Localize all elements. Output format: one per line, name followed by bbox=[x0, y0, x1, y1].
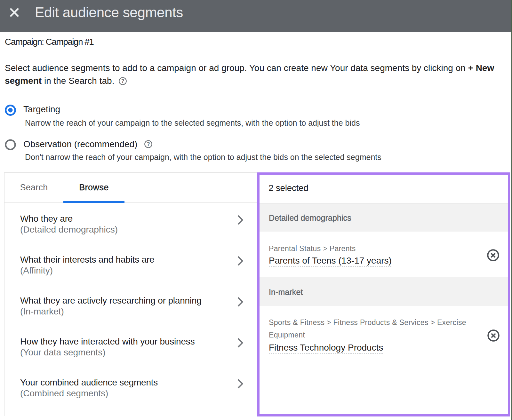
category-combined[interactable]: Your combined audience segments (Combine… bbox=[4, 368, 259, 409]
category-your-data[interactable]: How they have interacted with your busin… bbox=[4, 327, 259, 368]
help-icon-observation[interactable]: ? bbox=[144, 140, 152, 150]
targeting-label[interactable]: Targeting bbox=[23, 105, 60, 114]
browse-pane: Search Browse Who they are (Detailed dem… bbox=[4, 173, 260, 416]
active-tab-indicator bbox=[63, 201, 124, 203]
audience-picker: Search Browse Who they are (Detailed dem… bbox=[4, 172, 508, 416]
intro-paragraph: Select audience segments to add to a cam… bbox=[5, 62, 494, 87]
remove-icon[interactable] bbox=[487, 249, 499, 261]
tab-search[interactable]: Search bbox=[4, 173, 63, 202]
segment-path-line1: Sports & Fitness > Fitness Products & Se… bbox=[269, 319, 466, 326]
close-icon[interactable] bbox=[10, 8, 19, 17]
bottom-divider bbox=[0, 416, 512, 416]
segment-name[interactable]: Parents of Teens (13-17 years) bbox=[269, 256, 392, 267]
group-header-in-market: In-market bbox=[260, 277, 508, 306]
category-who-they-are[interactable]: Who they are (Detailed demographics) bbox=[4, 204, 259, 245]
new-segment-bold: + New bbox=[468, 63, 494, 73]
category-interests[interactable]: What their interests and habits are (Aff… bbox=[4, 245, 259, 286]
selected-item-parents: Parental Status > Parents Parents of Tee… bbox=[260, 232, 508, 277]
new-segment-bold-2: segment bbox=[5, 76, 42, 86]
selected-item-fitness: Sports & Fitness > Fitness Products & Se… bbox=[260, 306, 508, 386]
tab-browse[interactable]: Browse bbox=[63, 173, 124, 202]
help-icon[interactable]: ? bbox=[119, 77, 127, 85]
radio-observation[interactable] bbox=[5, 139, 16, 150]
selected-pane: 2 selected Detailed demographics Parenta… bbox=[260, 173, 508, 416]
chevron-right-icon bbox=[237, 215, 243, 225]
intro-text-2: in the Search tab. bbox=[42, 76, 114, 86]
category-in-market[interactable]: What they are actively researching or pl… bbox=[4, 286, 259, 327]
svg-text:?: ? bbox=[121, 78, 124, 84]
svg-text:?: ? bbox=[147, 141, 150, 147]
segment-path: Parental Status > Parents bbox=[269, 245, 356, 252]
category-list: Who they are (Detailed demographics) Wha… bbox=[4, 204, 259, 409]
group-header-detailed-demographics: Detailed demographics bbox=[260, 203, 508, 232]
campaign-label: Campaign: Campaign #1 bbox=[5, 37, 93, 46]
remove-icon[interactable] bbox=[487, 329, 500, 342]
observation-description: Don't narrow the reach of your campaign,… bbox=[25, 153, 381, 161]
tab-bar: Search Browse bbox=[4, 173, 259, 203]
chevron-right-icon bbox=[237, 379, 243, 389]
chevron-right-icon bbox=[237, 297, 243, 307]
segment-name[interactable]: Fitness Technology Products bbox=[269, 343, 383, 354]
dialog-title: Edit audience segments bbox=[35, 5, 183, 20]
observation-label[interactable]: Observation (recommended)? bbox=[23, 140, 152, 150]
chevron-right-icon bbox=[237, 338, 243, 348]
intro-text: Select audience segments to add to a cam… bbox=[5, 63, 468, 73]
segment-path-line2: Equipment bbox=[269, 331, 305, 339]
radio-targeting[interactable] bbox=[5, 105, 16, 116]
selected-count: 2 selected bbox=[260, 173, 508, 203]
chevron-right-icon bbox=[237, 256, 243, 266]
dialog-header: Edit audience segments bbox=[0, 0, 512, 32]
targeting-description: Narrow the reach of your campaign to the… bbox=[25, 119, 360, 127]
